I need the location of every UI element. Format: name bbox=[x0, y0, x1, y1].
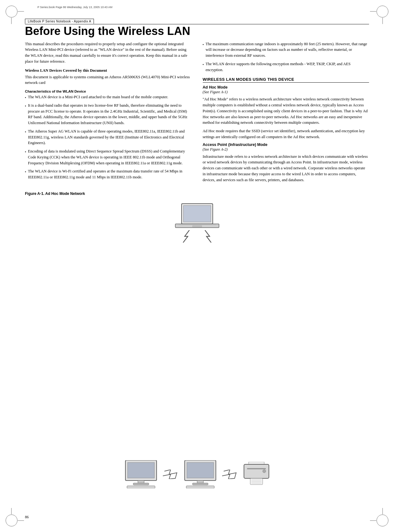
left-column: This manual describes the procedures req… bbox=[25, 41, 192, 186]
wireless-modes-heading: WIRELESS LAN MODES USING THIS DEVICE bbox=[203, 77, 369, 83]
right-bullets: The maximum communication range indoors … bbox=[203, 41, 369, 73]
bullet-item-encryption: The WLAN device supports the following e… bbox=[203, 61, 369, 73]
infrastructure-text: Infrastructure mode refers to a wireless… bbox=[203, 154, 369, 183]
bullet-item: The WLAN device is Wi-Fi certified and o… bbox=[25, 168, 192, 180]
svg-rect-15 bbox=[249, 462, 264, 464]
bullet-item-range: The maximum communication range indoors … bbox=[203, 41, 369, 59]
svg-rect-11 bbox=[187, 462, 214, 478]
figure-illustration bbox=[25, 199, 369, 249]
lightning-bolts-top bbox=[172, 230, 222, 243]
svg-rect-6 bbox=[128, 462, 154, 478]
adhoc-text2: Ad Hoc mode requires that the SSID (serv… bbox=[203, 128, 369, 140]
page-title: Before Using the Wireless LAN bbox=[25, 25, 369, 37]
svg-rect-9 bbox=[127, 486, 155, 488]
bottom-devices-row bbox=[50, 460, 344, 488]
two-column-layout: This manual describes the procedures req… bbox=[25, 41, 369, 186]
section1-text: This document is applicable to systems c… bbox=[25, 74, 192, 86]
bullet-item: Encoding of data is modulated using Dire… bbox=[25, 148, 192, 166]
main-content: Before Using the Wireless LAN This manua… bbox=[25, 25, 369, 507]
laptop-device bbox=[172, 202, 222, 243]
adhoc-mode-title: Ad Hoc Mode bbox=[203, 85, 369, 89]
svg-rect-12 bbox=[197, 481, 203, 483]
monitor-left-svg bbox=[124, 460, 158, 488]
monitor-right-svg bbox=[183, 460, 217, 488]
header-label: LifeBook P Series Notebook - Appendix A bbox=[25, 19, 94, 24]
right-column: The maximum communication range indoors … bbox=[203, 41, 369, 186]
header-bar: LifeBook P Series Notebook - Appendix A bbox=[25, 19, 369, 24]
corner-mark-tr bbox=[373, 6, 388, 21]
svg-rect-7 bbox=[138, 481, 144, 483]
laptop-svg bbox=[172, 202, 222, 233]
bullet-item: It is a dual-band radio that operates in… bbox=[25, 103, 192, 126]
header-text: LifeBook P Series Notebook - Appendix A bbox=[28, 20, 91, 23]
svg-rect-13 bbox=[192, 483, 208, 485]
section2-bullets: The WLAN device is a Mini-PCI card attac… bbox=[25, 94, 192, 180]
print-stamp: P Series.book Page 86 Wednesday, July 13… bbox=[37, 6, 112, 9]
svg-rect-8 bbox=[133, 483, 149, 485]
corner-mark-br bbox=[373, 511, 388, 526]
adhoc-mode-subtitle: (See Figure A-1) bbox=[203, 90, 369, 94]
page-number: 86 bbox=[25, 515, 29, 520]
printer-svg bbox=[242, 462, 270, 487]
bullet-item: The Atheros Super AG WLAN is capable of … bbox=[25, 128, 192, 146]
svg-point-18 bbox=[263, 470, 266, 473]
lightning-middle-svg bbox=[163, 470, 178, 479]
section1-heading: Wireless LAN Devices Covered by this Doc… bbox=[25, 68, 192, 73]
bullet-item: The WLAN device is a Mini-PCI card attac… bbox=[25, 94, 192, 100]
svg-rect-14 bbox=[186, 486, 214, 488]
lightning-right-svg bbox=[222, 470, 238, 479]
section2-heading: Characteristics of the WLAN Device bbox=[25, 89, 192, 93]
svg-rect-1 bbox=[183, 206, 211, 222]
svg-rect-4 bbox=[192, 225, 202, 227]
figure-section: Figure A-1. Ad Hoc Mode Network bbox=[25, 191, 369, 249]
intro-paragraph: This manual describes the procedures req… bbox=[25, 41, 192, 65]
corner-mark-tl bbox=[6, 6, 21, 21]
infrastructure-mode-subtitle: (See Figure A-2) bbox=[203, 147, 369, 152]
adhoc-text1: "Ad Hoc Mode" refers to a wireless netwo… bbox=[203, 96, 369, 126]
svg-rect-17 bbox=[247, 468, 266, 469]
infrastructure-mode-title: Access Point (Infrastructure) Mode bbox=[203, 143, 369, 147]
figure-caption: Figure A-1. Ad Hoc Mode Network bbox=[25, 191, 369, 196]
corner-mark-bl bbox=[6, 511, 21, 526]
page: P Series.book Page 86 Wednesday, July 13… bbox=[0, 0, 394, 532]
